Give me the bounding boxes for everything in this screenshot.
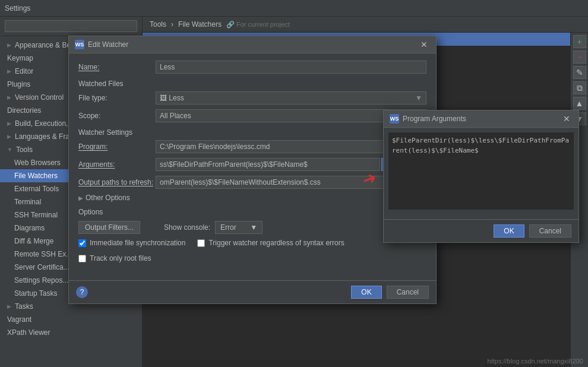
console-value: Error [220,223,236,232]
scope-value: All Places [160,112,191,120]
scope-row: Scope: All Places ▼ [78,109,426,122]
options-section: Options Output Filters... Show console: … [78,208,426,266]
add-button[interactable]: + [573,35,586,48]
help-button[interactable]: ? [76,286,88,298]
file-type-value: 🖼 Less [160,94,184,102]
program-label: Program: [78,143,156,151]
immediate-sync-checkbox[interactable] [78,239,86,247]
edit-watcher-dialog: WS Edit Watcher ✕ Name: Watched Files Fi… [68,36,437,304]
watcher-settings-label: Watcher Settings [78,128,426,137]
program-input[interactable] [156,140,412,153]
edit-button[interactable]: ✎ [573,66,586,79]
output-paths-input[interactable] [156,176,394,189]
other-options-label: Other Options [86,194,130,202]
prog-args-cancel-button[interactable]: Cancel [529,224,571,238]
move-up-button[interactable]: ▲ [573,97,586,110]
prog-args-icon: WS [390,114,399,124]
prog-args-title-bar: WS Program Arguments ✕ [384,110,578,128]
title-text: Settings [5,4,30,12]
other-options-triangle-icon: ▶ [78,195,83,201]
program-args-dialog: WS Program Arguments ✕ $FileParentDir(le… [383,110,579,243]
edit-watcher-ok-button[interactable]: OK [351,286,381,299]
footer-left: ? [76,286,346,298]
arguments-input[interactable] [156,158,380,171]
track-only-row: Track only root files [78,254,185,262]
options-checkboxes: Immediate file synchronization Track onl… [78,239,426,266]
name-label: Name: [78,63,156,71]
trigger-watcher-label: Trigger watcher regardless of syntax err… [208,239,344,247]
edit-watcher-cancel-button[interactable]: Cancel [387,286,429,299]
output-paths-label: Output paths to refresh: [78,178,156,186]
file-type-label: File type: [78,94,156,102]
watermark: https://blog.csdn.net/mangxi8200 [488,357,583,365]
options-label: Options [78,208,426,216]
prog-args-content: $FileParentDir(less)$\less\$FileDirPathF… [388,132,574,210]
options-col-left: Immediate file synchronization Track onl… [78,239,185,266]
edit-watcher-title: WS Edit Watcher [75,40,128,49]
breadcrumb-tools: Tools [150,20,166,29]
prog-args-ok-button[interactable]: OK [494,224,524,238]
prog-args-title: WS Program Arguments [390,114,466,124]
edit-watcher-title-bar: WS Edit Watcher ✕ [69,36,436,53]
other-options-row[interactable]: ▶ Other Options [78,194,426,202]
breadcrumb-file-watchers: File Watchers [178,20,222,29]
name-input[interactable] [156,61,426,74]
edit-watcher-icon: WS [75,40,84,49]
content-header: Tools › File Watchers 🔗 For current proj… [143,17,588,33]
file-type-arrow-icon: ▼ [415,94,422,102]
breadcrumb-separator: › [171,20,173,29]
edit-watcher-body: Name: Watched Files File type: 🖼 Less ▼ … [69,53,436,278]
prog-args-footer: OK Cancel [384,219,578,242]
arguments-label: Arguments: [78,160,156,169]
search-input[interactable] [5,20,137,32]
title-bar: Settings [0,0,588,17]
program-row: Program: ... [78,140,426,153]
sidebar-item-vagrant[interactable]: Vagrant [0,313,142,326]
edit-watcher-close-button[interactable]: ✕ [418,40,430,49]
prog-args-body: $FileParentDir(less)$\less\$FileDirPathF… [384,128,578,217]
scope-label: Scope: [78,112,156,120]
file-type-select[interactable]: 🖼 Less ▼ [156,91,426,105]
watched-files-label: Watched Files [78,80,426,88]
breadcrumb-note: 🔗 For current project [226,21,290,29]
prog-args-close-button[interactable]: ✕ [561,114,573,124]
remove-button[interactable]: − [573,50,586,64]
arguments-row: Arguments: ⊞ Insert [78,158,426,171]
copy-button[interactable]: ⧉ [573,81,586,94]
output-paths-row: Output paths to refresh: Insert [78,176,426,189]
output-filters-button[interactable]: Output Filters... [78,221,140,234]
show-console-label: Show console: [164,223,210,232]
immediate-sync-label: Immediate file synchronization [90,239,185,247]
track-only-checkbox[interactable] [78,255,86,262]
arguments-field-group: ⊞ [156,158,394,171]
options-row1: Output Filters... Show console: Error ▼ [78,221,426,234]
sidebar-item-xpath-viewer[interactable]: XPath Viewer [0,326,142,339]
immediate-sync-row: Immediate file synchronization [78,239,185,247]
edit-watcher-footer: ? OK Cancel [69,280,436,303]
console-arrow-icon: ▼ [250,223,257,232]
show-console-row: Show console: Error ▼ [164,221,263,234]
track-only-label: Track only root files [90,254,151,262]
search-box[interactable] [0,17,142,36]
trigger-watcher-row: Trigger watcher regardless of syntax err… [197,239,344,247]
trigger-watcher-checkbox[interactable] [197,239,205,247]
name-row: Name: [78,61,426,74]
file-type-row: File type: 🖼 Less ▼ [78,91,426,105]
show-console-select[interactable]: Error ▼ [215,221,263,234]
options-col-right: Trigger watcher regardless of syntax err… [197,239,344,266]
output-paths-field-group [156,176,394,189]
